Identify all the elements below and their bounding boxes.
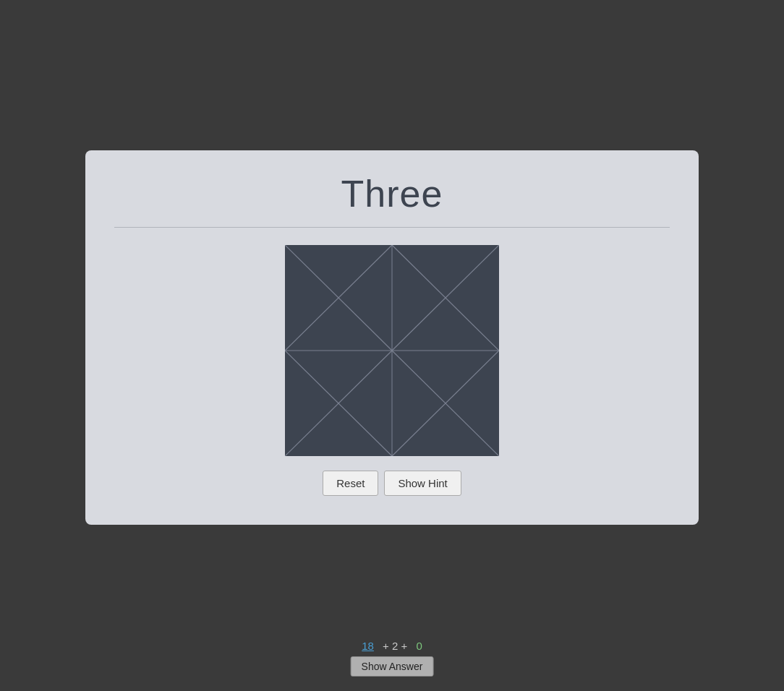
score-blue[interactable]: 18 — [362, 640, 374, 652]
show-hint-button[interactable]: Show Hint — [384, 471, 461, 496]
score-row: 18 + 2 + 0 — [362, 640, 422, 652]
puzzle-card: Three Reset Show Hint — [85, 150, 699, 525]
show-answer-button[interactable]: Show Answer — [351, 656, 434, 677]
divider — [114, 227, 670, 228]
score-green: 0 — [416, 640, 422, 652]
score-space — [410, 640, 413, 652]
score-middle: + 2 + — [383, 640, 407, 652]
card-title: Three — [341, 172, 443, 215]
action-buttons: Reset Show Hint — [323, 471, 461, 496]
puzzle-grid[interactable] — [285, 245, 499, 456]
puzzle-svg — [285, 245, 499, 456]
bottom-bar: 18 + 2 + 0 Show Answer — [351, 640, 434, 677]
score-separator — [377, 640, 380, 652]
reset-button[interactable]: Reset — [323, 471, 378, 496]
